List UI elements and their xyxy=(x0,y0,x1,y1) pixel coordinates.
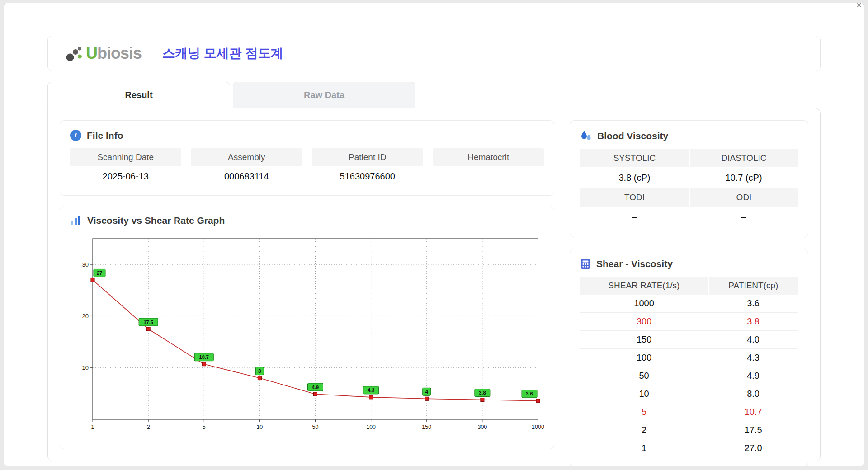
field-value xyxy=(433,166,544,185)
patient-viscosity-cell: 4.9 xyxy=(708,367,798,385)
droplet-icon xyxy=(580,130,592,142)
diastolic-value: 10.7 (cP) xyxy=(689,167,798,188)
app-window: U biosis 스캐닝 모세관 점도계 Result Raw Data i F… xyxy=(4,3,864,466)
table-row: 504.9 xyxy=(580,367,798,385)
shear-rate-cell: 300 xyxy=(580,313,708,331)
patient-viscosity-cell: 4.0 xyxy=(708,331,798,349)
svg-text:3.6: 3.6 xyxy=(526,391,533,396)
brand-rest: biosis xyxy=(97,44,142,63)
graph-card: Viscosity vs Shear Rate Graph 2717.510.7… xyxy=(60,206,554,449)
shear-rate-cell: 150 xyxy=(580,331,708,349)
shear-rate-cell: 50 xyxy=(580,367,708,385)
shear-rate-cell: 1 xyxy=(580,439,708,457)
field-hematocrit: Hematocrit xyxy=(433,148,544,186)
shear-viscosity-card: Shear - Viscosity SHEAR RATE(1/s) PATIEN… xyxy=(570,249,808,466)
shear-table-header-row: SHEAR RATE(1/s) PATIENT(cp) xyxy=(580,277,798,295)
page-title: 스캐닝 모세관 점도계 xyxy=(162,45,283,62)
field-assembly: Assembly 000683114 xyxy=(191,148,302,186)
file-info-heading: i File Info xyxy=(70,130,544,141)
header: U biosis 스캐닝 모세관 점도계 xyxy=(47,36,821,71)
leaf-icon xyxy=(65,46,84,62)
shear-table-body: 10003.63003.81504.01004.3504.9108.0510.7… xyxy=(580,295,798,457)
close-icon[interactable]: × xyxy=(856,0,862,9)
table-row: 217.5 xyxy=(580,421,798,439)
shear-viscosity-title: Shear - Viscosity xyxy=(596,258,673,269)
svg-text:1: 1 xyxy=(91,424,94,430)
svg-text:20: 20 xyxy=(82,313,89,320)
shear-rate-cell: 10 xyxy=(580,385,708,403)
file-info-card: i File Info Scanning Date 2025-06-13 Ass… xyxy=(60,120,554,196)
tab-raw-data[interactable]: Raw Data xyxy=(233,82,415,108)
file-info-fields: Scanning Date 2025-06-13 Assembly 000683… xyxy=(70,148,544,186)
svg-text:8: 8 xyxy=(258,368,261,374)
field-value: 51630976600 xyxy=(312,166,423,186)
patient-viscosity-cell: 4.3 xyxy=(708,349,798,367)
table-row: 510.7 xyxy=(580,403,798,421)
svg-text:150: 150 xyxy=(422,424,431,430)
blood-viscosity-heading: Blood Viscosity xyxy=(580,130,798,142)
systolic-header: SYSTOLIC xyxy=(580,149,689,167)
field-label: Hematocrit xyxy=(433,148,544,166)
table-row: 108.0 xyxy=(580,385,798,403)
patient-viscosity-cell: 17.5 xyxy=(708,421,798,439)
table-row: 1504.0 xyxy=(580,331,798,349)
todi-value: – xyxy=(580,207,689,228)
field-value: 000683114 xyxy=(191,166,302,186)
svg-text:10: 10 xyxy=(82,364,89,371)
info-icon: i xyxy=(70,130,81,141)
graph-title: Viscosity vs Shear Rate Graph xyxy=(87,215,225,226)
field-label: Assembly xyxy=(191,148,302,166)
patient-viscosity-cell: 27.0 xyxy=(708,439,798,457)
table-row: 10003.6 xyxy=(580,295,798,313)
field-label: Patient ID xyxy=(312,148,423,166)
svg-text:300: 300 xyxy=(477,424,487,430)
odi-header: ODI xyxy=(689,188,798,207)
shear-table: SHEAR RATE(1/s) PATIENT(cp) 10003.63003.… xyxy=(580,277,798,457)
field-label: Scanning Date xyxy=(70,148,181,166)
table-row: 127.0 xyxy=(580,439,798,457)
brand-u: U xyxy=(86,44,97,63)
field-patient-id: Patient ID 51630976600 xyxy=(312,148,423,186)
ubiosis-logo: U biosis xyxy=(65,44,142,63)
calculator-icon xyxy=(580,258,591,269)
svg-text:4: 4 xyxy=(425,389,429,395)
shear-rate-cell: 1000 xyxy=(580,295,708,313)
svg-text:5: 5 xyxy=(203,424,206,430)
patient-viscosity-cell: 8.0 xyxy=(708,385,798,403)
patient-viscosity-cell: 3.8 xyxy=(708,313,798,331)
svg-text:50: 50 xyxy=(312,424,319,430)
shear-rate-cell: 100 xyxy=(580,349,708,367)
svg-text:3.8: 3.8 xyxy=(479,390,486,395)
table-row: 1004.3 xyxy=(580,349,798,367)
tab-result[interactable]: Result xyxy=(47,82,230,108)
patient-viscosity-cell: 3.6 xyxy=(708,295,798,313)
blood-viscosity-title: Blood Viscosity xyxy=(597,131,668,141)
left-column: i File Info Scanning Date 2025-06-13 Ass… xyxy=(60,120,554,449)
svg-text:4.3: 4.3 xyxy=(368,387,374,393)
svg-text:100: 100 xyxy=(366,424,376,430)
graph-heading: Viscosity vs Shear Rate Graph xyxy=(70,215,544,226)
table-row: 3003.8 xyxy=(580,313,798,331)
field-scanning-date: Scanning Date 2025-06-13 xyxy=(70,148,181,186)
shear-rate-cell: 2 xyxy=(580,421,708,439)
patient-viscosity-cell: 10.7 xyxy=(708,403,798,421)
svg-text:30: 30 xyxy=(82,261,89,268)
patient-column-header: PATIENT(cp) xyxy=(708,277,798,295)
svg-text:27: 27 xyxy=(97,270,102,276)
blood-viscosity-table: SYSTOLIC DIASTOLIC 3.8 (cP) 10.7 (cP) TO… xyxy=(580,149,798,228)
svg-text:4.9: 4.9 xyxy=(312,385,319,390)
svg-text:17.5: 17.5 xyxy=(143,320,153,325)
bar-chart-icon xyxy=(70,215,82,226)
shear-rate-column-header: SHEAR RATE(1/s) xyxy=(580,277,708,295)
odi-value: – xyxy=(689,207,798,228)
right-column: Blood Viscosity SYSTOLIC DIASTOLIC 3.8 (… xyxy=(570,120,808,449)
diastolic-header: DIASTOLIC xyxy=(689,149,798,167)
svg-text:2: 2 xyxy=(147,424,150,430)
shear-rate-cell: 5 xyxy=(580,403,708,421)
file-info-title: File Info xyxy=(87,130,123,141)
svg-text:10: 10 xyxy=(256,424,263,430)
viscosity-chart: 2717.510.784.94.343.83.61020301251050100… xyxy=(72,233,544,437)
todi-header: TODI xyxy=(580,188,689,207)
systolic-value: 3.8 (cP) xyxy=(580,167,689,188)
content-panel: i File Info Scanning Date 2025-06-13 Ass… xyxy=(47,108,821,461)
